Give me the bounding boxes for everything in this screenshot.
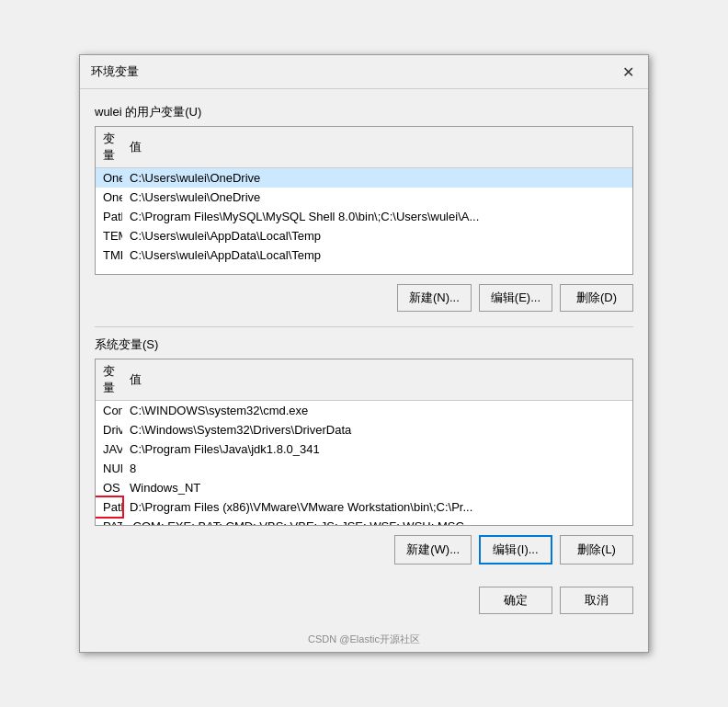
user-edit-btn[interactable]: 编辑(E)... <box>479 284 552 312</box>
section-separator <box>95 326 633 327</box>
var-cell: TEMP <box>96 226 122 245</box>
user-button-row: 新建(N)... 编辑(E)... 删除(D) <box>95 284 633 312</box>
table-row[interactable]: ComSpecC:\WINDOWS\system32\cmd.exe <box>96 401 632 421</box>
table-row[interactable]: PATHEXT.COM;.EXE;.BAT;.CMD;.VBS;.VBE;.JS… <box>96 517 632 525</box>
val-cell: C:\Users\wulei\AppData\Local\Temp <box>122 245 632 265</box>
user-col-var: 变量 <box>96 127 122 168</box>
val-cell: C:\Users\wulei\OneDrive <box>122 168 632 188</box>
env-variables-dialog: 环境变量 ✕ wulei 的用户变量(U) 变量 值 <box>79 54 649 653</box>
dialog-title: 环境变量 <box>91 63 139 80</box>
sys-button-row: 新建(W)... 编辑(I)... 删除(L) <box>95 535 633 564</box>
val-cell: C:\Users\wulei\OneDrive <box>122 188 632 207</box>
table-row[interactable]: PathD:\Program Files (x86)\VMware\VMware… <box>96 497 632 517</box>
var-cell: JAVA_HOME <box>96 439 122 459</box>
user-col-val: 值 <box>122 127 632 168</box>
user-table-wrapper[interactable]: 变量 值 OneDriveC:\Users\wulei\OneDriveOneD… <box>96 127 632 274</box>
table-row[interactable]: TMPC:\Users\wulei\AppData\Local\Temp <box>96 245 632 265</box>
var-cell: DriverData <box>96 420 122 439</box>
var-cell: Path <box>96 207 122 226</box>
dialog-body: wulei 的用户变量(U) 变量 值 OneDriveC:\Users\wul… <box>80 89 648 629</box>
val-cell: C:\Windows\System32\Drivers\DriverData <box>122 420 632 439</box>
table-row[interactable]: TEMPC:\Users\wulei\AppData\Local\Temp <box>96 226 632 245</box>
var-cell: ComSpec <box>96 401 122 421</box>
ok-btn[interactable]: 确定 <box>479 587 552 614</box>
table-row[interactable]: OneDriveC:\Users\wulei\OneDrive <box>96 168 632 188</box>
sys-table-wrapper[interactable]: 变量 值 ComSpecC:\WINDOWS\system32\cmd.exeD… <box>96 359 632 525</box>
sys-col-val: 值 <box>122 359 632 401</box>
var-cell: TMP <box>96 245 122 265</box>
val-cell: C:\Program Files\MySQL\MySQL Shell 8.0\b… <box>122 207 632 226</box>
val-cell: D:\Program Files (x86)\VMware\VMware Wor… <box>122 497 632 517</box>
sys-table-container: 变量 值 ComSpecC:\WINDOWS\system32\cmd.exeD… <box>95 359 633 526</box>
table-row[interactable]: PathC:\Program Files\MySQL\MySQL Shell 8… <box>96 207 632 226</box>
bottom-button-row: 确定 取消 <box>95 579 633 614</box>
var-cell: OS <box>96 478 122 497</box>
user-table-container: 变量 值 OneDriveC:\Users\wulei\OneDriveOneD… <box>95 126 633 275</box>
var-cell: OneDriveConsumer <box>96 188 122 207</box>
val-cell: C:\Program Files\Java\jdk1.8.0_341 <box>122 439 632 459</box>
var-cell: PATHEXT <box>96 517 122 525</box>
table-row[interactable]: OSWindows_NT <box>96 478 632 497</box>
table-row[interactable]: NUMBER_OF_PROCESSORS8 <box>96 459 632 478</box>
sys-section: 系统变量(S) 变量 值 ComSpecC:\WINDOWS\system32\… <box>95 336 633 564</box>
val-cell: C:\WINDOWS\system32\cmd.exe <box>122 401 632 421</box>
sys-delete-btn[interactable]: 删除(L) <box>560 535 633 564</box>
sys-edit-btn[interactable]: 编辑(I)... <box>479 535 552 564</box>
table-row[interactable]: JAVA_HOMEC:\Program Files\Java\jdk1.8.0_… <box>96 439 632 459</box>
user-section-label: wulei 的用户变量(U) <box>95 104 633 120</box>
val-cell: 8 <box>122 459 632 478</box>
watermark: CSDN @Elastic开源社区 <box>80 629 648 652</box>
user-new-btn[interactable]: 新建(N)... <box>397 284 472 312</box>
var-cell: Path <box>96 497 122 517</box>
sys-env-table: 变量 值 ComSpecC:\WINDOWS\system32\cmd.exeD… <box>96 359 632 525</box>
val-cell: Windows_NT <box>122 478 632 497</box>
val-cell: .COM;.EXE;.BAT;.CMD;.VBS;.VBE;.JS;.JSE;.… <box>122 517 632 525</box>
user-section: wulei 的用户变量(U) 变量 值 OneDriveC:\Users\wul… <box>95 104 633 312</box>
sys-section-label: 系统变量(S) <box>95 336 633 353</box>
sys-new-btn[interactable]: 新建(W)... <box>394 535 472 564</box>
val-cell: C:\Users\wulei\AppData\Local\Temp <box>122 226 632 245</box>
var-cell: OneDrive <box>96 168 122 188</box>
title-bar: 环境变量 ✕ <box>80 55 648 89</box>
table-row[interactable]: OneDriveConsumerC:\Users\wulei\OneDrive <box>96 188 632 207</box>
user-env-table: 变量 值 OneDriveC:\Users\wulei\OneDriveOneD… <box>96 127 632 265</box>
user-delete-btn[interactable]: 删除(D) <box>560 284 633 312</box>
var-cell: NUMBER_OF_PROCESSORS <box>96 459 122 478</box>
sys-col-var: 变量 <box>96 359 122 401</box>
cancel-btn[interactable]: 取消 <box>560 587 633 614</box>
table-row[interactable]: DriverDataC:\Windows\System32\Drivers\Dr… <box>96 420 632 439</box>
close-button[interactable]: ✕ <box>619 63 637 81</box>
